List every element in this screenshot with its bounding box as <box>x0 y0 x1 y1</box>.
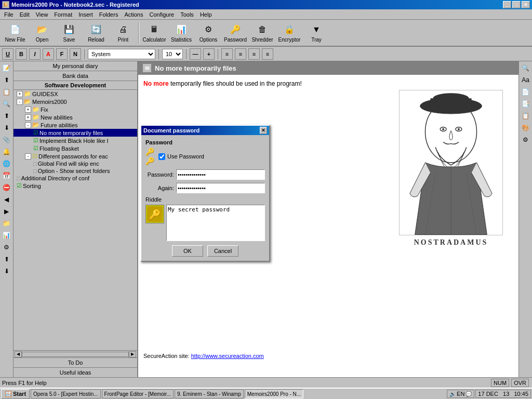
sidebar-icon-18[interactable]: ⬇ <box>1 265 12 277</box>
open-button[interactable]: 📂 Open <box>29 21 55 45</box>
password-button[interactable]: 🔑 Password <box>222 21 248 45</box>
tree-header-bank[interactable]: Bank data <box>14 71 137 81</box>
taskbar-frontpage[interactable]: FrontPage Editor - [Memoir... <box>102 389 174 398</box>
encryptor-button[interactable]: 🔒 Encryptor <box>276 21 302 45</box>
italic-button[interactable]: I <box>29 48 41 60</box>
align-justify-button[interactable]: ≡ <box>262 48 273 60</box>
new-file-button[interactable]: 📄 New File <box>2 21 28 45</box>
tray-button[interactable]: ▼ Tray <box>303 21 329 45</box>
tree-node-memoirs[interactable]: - 📂 Memoirs2000 <box>14 98 137 105</box>
cancel-button[interactable]: Cancel <box>207 245 238 257</box>
use-password-checkbox[interactable] <box>158 153 165 160</box>
sidebar-icon-4[interactable]: 🔍 <box>1 98 12 110</box>
tree-node-additional-dir[interactable]: □ Additional Directory of conf <box>14 175 137 182</box>
underline-button[interactable]: U <box>2 48 14 60</box>
sidebar-icon-11[interactable]: ⛔ <box>1 182 12 193</box>
tree-node-fix[interactable]: + 📁 Fix <box>14 105 137 113</box>
calculator-button[interactable]: 🖩 Calculator <box>141 21 167 45</box>
right-sidebar-icon-1[interactable]: 🔍 <box>520 62 531 74</box>
print-button[interactable]: 🖨 Print <box>110 21 136 45</box>
shredder-button[interactable]: 🗑 Shredder <box>249 21 275 45</box>
tree-node-future-abilities[interactable]: - 📂 Future abilities <box>14 121 137 129</box>
tree-node-black-hole[interactable]: ☑ Implement Black Hole like I <box>14 137 137 144</box>
tree-node-no-more[interactable]: ☑ No more temporarily files <box>14 129 137 137</box>
right-sidebar-icon-2[interactable]: Aa <box>520 74 531 86</box>
expand-diff-passwords[interactable]: - <box>25 153 31 159</box>
sidebar-icon-3[interactable]: 📋 <box>1 86 12 98</box>
sidebar-icon-10[interactable]: 📅 <box>1 170 12 181</box>
secure-site-link[interactable]: http://www.secureaction.com <box>191 353 264 359</box>
expand-fix[interactable]: + <box>25 107 31 113</box>
menu-insert[interactable]: Insert <box>75 10 96 19</box>
tree-node-guidesx[interactable]: + 📁 GUIDESX <box>14 90 137 98</box>
font-color-button[interactable]: A <box>43 48 54 60</box>
sidebar-icon-8[interactable]: 🔔 <box>1 146 12 157</box>
menu-file[interactable]: File <box>1 10 17 19</box>
font-size-select[interactable]: 10 8 9 11 12 <box>162 49 183 59</box>
tree-node-show-secret[interactable]: □ Option - Show secret folders <box>14 167 137 175</box>
scroll-right[interactable]: ▶ <box>129 351 136 357</box>
expand-memoirs[interactable]: - <box>17 99 23 105</box>
sidebar-icon-15[interactable]: 📊 <box>1 230 12 241</box>
taskbar-memoirs[interactable]: Memoirs2000 Pro - N... <box>245 389 303 398</box>
increase-indent-button[interactable]: + <box>203 48 215 60</box>
right-sidebar-icon-3[interactable]: 📄 <box>520 86 531 98</box>
sidebar-icon-1[interactable]: 📝 <box>1 62 12 74</box>
font-family-select[interactable]: System Arial Times New Roman <box>88 49 155 59</box>
expand-future-abilities[interactable]: - <box>25 122 31 128</box>
tree-node-diff-passwords[interactable]: - ☑ Different passwords for eac <box>14 152 137 160</box>
menu-format[interactable]: Format <box>51 10 75 19</box>
decrease-indent-button[interactable]: — <box>190 48 201 60</box>
sidebar-icon-12[interactable]: ◀ <box>1 194 12 205</box>
sidebar-icon-2[interactable]: ⬆ <box>1 74 12 86</box>
tree-scroll[interactable]: + 📁 GUIDESX - 📂 Memoirs2000 + 📁 Fix <box>14 90 137 350</box>
menu-tools[interactable]: Tools <box>177 10 197 19</box>
save-button[interactable]: 💾 Save <box>56 21 82 45</box>
sidebar-icon-6[interactable]: ⬇ <box>1 122 12 134</box>
taskbar-opera[interactable]: Opera 5.0 - [Expert Hostin... <box>31 389 101 398</box>
format-n-button[interactable]: N <box>70 48 81 60</box>
minimize-button[interactable]: _ <box>503 1 511 8</box>
sidebar-icon-5[interactable]: ⬆ <box>1 110 12 122</box>
sidebar-icon-13[interactable]: ▶ <box>1 206 12 217</box>
ok-button[interactable]: OK <box>172 245 203 257</box>
tree-node-new-abilities[interactable]: + 📁 New abilities <box>14 113 137 121</box>
options-button[interactable]: ⚙ Options <box>195 21 221 45</box>
menu-view[interactable]: View <box>33 10 51 19</box>
tree-header-diary[interactable]: My personal diary <box>14 61 137 71</box>
sidebar-icon-16[interactable]: ⚙ <box>1 242 12 253</box>
useful-ideas-button[interactable]: Useful ideas <box>14 367 137 377</box>
expand-guidesx[interactable]: + <box>17 91 23 97</box>
tree-node-floating[interactable]: ☑ Floating Basket <box>14 144 137 152</box>
menu-actions[interactable]: Actions <box>121 10 146 19</box>
menu-configure[interactable]: Configure <box>146 10 177 19</box>
format-f-button[interactable]: F <box>56 48 68 60</box>
start-button[interactable]: 🪟 Start <box>1 389 30 399</box>
right-sidebar-icon-4[interactable]: 📑 <box>520 98 531 110</box>
bold-button[interactable]: B <box>16 48 27 60</box>
scroll-left[interactable]: ◀ <box>15 351 22 357</box>
maximize-button[interactable]: □ <box>512 1 521 8</box>
close-button[interactable]: ✕ <box>522 1 530 8</box>
dialog-close-button[interactable]: ✕ <box>260 127 267 134</box>
reload-button[interactable]: 🔄 Reload <box>83 21 109 45</box>
tree-node-global-find[interactable]: □ Global Find will skip enc <box>14 160 137 167</box>
align-center-button[interactable]: ≡ <box>235 48 246 60</box>
menu-folders[interactable]: Folders <box>96 10 122 19</box>
align-right-button[interactable]: ≡ <box>248 48 260 60</box>
sidebar-icon-14[interactable]: 📁 <box>1 218 12 229</box>
sidebar-icon-9[interactable]: 🌐 <box>1 158 12 169</box>
statistics-button[interactable]: 📊 Statistics <box>168 21 194 45</box>
menu-help[interactable]: Help <box>197 10 215 19</box>
right-sidebar-icon-7[interactable]: ⚙ <box>520 134 531 145</box>
menu-edit[interactable]: Edit <box>17 10 33 19</box>
taskbar-winamp[interactable]: 9. Eminem - Stan - Winamp <box>175 389 244 398</box>
tree-node-sorting[interactable]: ☑ Sorting <box>14 182 137 190</box>
riddle-textarea[interactable]: My secret password <box>166 205 265 241</box>
password-input[interactable] <box>176 169 265 180</box>
align-left-button[interactable]: ≡ <box>221 48 233 60</box>
todo-button[interactable]: To Do <box>14 357 137 367</box>
right-sidebar-icon-6[interactable]: 🎨 <box>520 122 531 134</box>
sidebar-icon-7[interactable]: 📎 <box>1 134 12 145</box>
again-input[interactable] <box>176 183 265 193</box>
